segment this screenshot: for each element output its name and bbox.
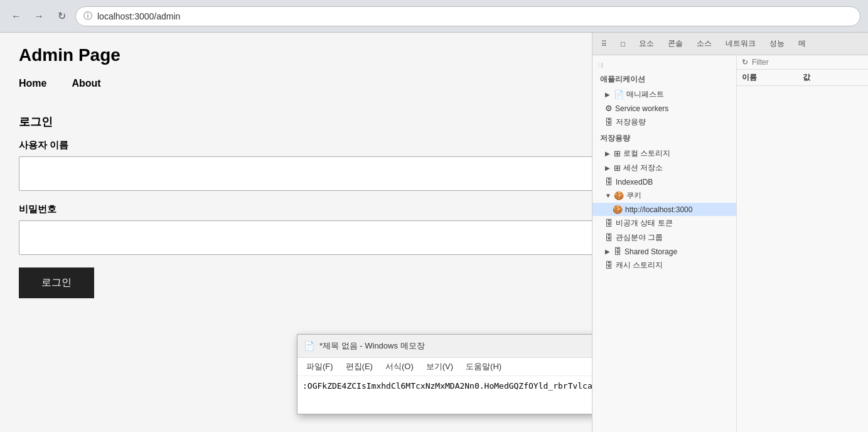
cookie-url-label: http://localhost:3000 xyxy=(625,205,692,214)
devtools-tab-performance[interactable]: 성능 xyxy=(763,36,791,51)
storage-capacity-icon: 🗄 xyxy=(605,117,613,127)
service-workers-item[interactable]: ⚙ Service workers xyxy=(592,102,736,115)
login-section-label: 로그인 xyxy=(19,114,573,129)
service-workers-icon: ⚙ xyxy=(605,104,613,113)
username-label: 사용자 이름 xyxy=(19,139,573,151)
cookie-url-icon: 🍪 xyxy=(613,205,623,214)
cache-storage-item[interactable]: 🗄 캐시 스토리지 xyxy=(592,258,736,273)
session-storage-arrow: ▶ xyxy=(605,165,611,171)
login-button[interactable]: 로그인 xyxy=(19,267,94,298)
storage-section-header: 저장용량 xyxy=(592,129,736,146)
indexeddb-icon: 🗄 xyxy=(605,177,613,186)
devtools-tab-console[interactable]: 콘솔 xyxy=(662,36,689,51)
menu-help[interactable]: 도움말(H) xyxy=(461,359,506,374)
shared-storage-icon: 🗄 xyxy=(614,247,622,256)
filter-bar: ↻ xyxy=(737,55,868,70)
private-state-token-item[interactable]: 🗄 비공개 상태 토큰 xyxy=(592,216,736,230)
devtools-tab-console-icon[interactable]: □ xyxy=(614,37,631,51)
devtools-tab-elements[interactable]: ⠿ xyxy=(595,37,613,51)
indexeddb-item[interactable]: 🗄 IndexedDB xyxy=(592,175,736,188)
shared-storage-label: Shared Storage xyxy=(624,247,677,256)
manifest-item[interactable]: ▶ 📄 매니페스트 xyxy=(592,87,736,102)
local-storage-arrow: ▶ xyxy=(605,150,611,157)
session-storage-label: 세션 저장소 xyxy=(623,163,663,173)
menu-view[interactable]: 보기(V) xyxy=(421,359,458,374)
private-state-label: 비공개 상태 토큰 xyxy=(616,218,673,229)
cache-storage-icon: 🗄 xyxy=(605,261,613,270)
menu-edit[interactable]: 편집(E) xyxy=(341,359,378,374)
session-storage-icon: ⊞ xyxy=(614,163,621,173)
cookie-url-item[interactable]: 🍪 http://localhost:3000 xyxy=(592,203,736,216)
application-section-header: 애플리케이션 xyxy=(592,70,736,87)
local-storage-item[interactable]: ▶ ⊞ 로컬 스토리지 xyxy=(592,146,736,161)
notepad-menubar: 파일(F) 편집(E) 서식(O) 보기(V) 도움말(H) xyxy=(297,358,592,376)
browser-chrome: ← → ↻ ⓘ localhost:3000/admin xyxy=(0,0,868,33)
nav-home[interactable]: Home xyxy=(19,78,46,89)
reload-button[interactable]: ↻ xyxy=(53,8,70,25)
nav-bar: Home About xyxy=(19,78,573,89)
filter-input[interactable] xyxy=(752,58,863,67)
back-button[interactable]: ← xyxy=(8,8,25,25)
nav-about[interactable]: About xyxy=(72,78,100,89)
address-bar[interactable]: ⓘ localhost:3000/admin xyxy=(75,6,860,26)
menu-format[interactable]: 서식(O) xyxy=(380,359,419,374)
cache-storage-label: 캐시 스토리지 xyxy=(616,260,663,271)
devtools-tab-network[interactable]: 네트워크 xyxy=(719,36,762,51)
interest-groups-item[interactable]: 🗄 관심분야 그룹 xyxy=(592,230,736,245)
notepad-window: 📄 *제목 없음 - Windows 메모장 ― □ ✕ 파일(F) 편집(E)… xyxy=(297,334,592,414)
password-label: 비밀번호 xyxy=(19,203,573,215)
web-content: Admin Page Home About 로그인 사용자 이름 비밀번호 로그… xyxy=(0,33,592,432)
devtools-main: ↻ 이름 값 xyxy=(737,55,868,432)
devtools-tab-elements-text[interactable]: 요소 xyxy=(633,36,660,51)
manifest-arrow: ▶ xyxy=(605,91,611,98)
service-workers-label: Service workers xyxy=(615,104,668,113)
page-title: Admin Page xyxy=(19,45,573,65)
manifest-icon: 📄 xyxy=(614,90,624,99)
local-storage-icon: ⊞ xyxy=(614,149,621,158)
interest-groups-label: 관심분야 그룹 xyxy=(616,232,663,243)
session-storage-item[interactable]: ▶ ⊞ 세션 저장소 xyxy=(592,161,736,175)
devtools-tab-memory[interactable]: 메 xyxy=(792,36,812,51)
manifest-label: 매니페스트 xyxy=(626,89,664,100)
storage-capacity-item[interactable]: 🗄 저장용량 xyxy=(592,115,736,129)
devtools-panel: ⠿ □ 요소 콘솔 소스 네트워크 성능 메 애플리케이션 ▶ 📄 매니페스트 xyxy=(592,33,868,432)
cookies-icon: 🍪 xyxy=(614,191,624,200)
shared-storage-arrow: ▶ xyxy=(605,248,611,255)
private-state-icon: 🗄 xyxy=(605,219,613,228)
col-name-header: 이름 xyxy=(742,72,803,83)
local-storage-label: 로컬 스토리지 xyxy=(623,148,670,159)
notepad-content[interactable]: :OGFkZDE4ZCIsImxhdCl6MTcxNzMxMDA2Nn0.HoM… xyxy=(297,376,592,414)
cookies-arrow: ▼ xyxy=(605,192,611,199)
cookies-item[interactable]: ▼ 🍪 쿠키 xyxy=(592,188,736,203)
notepad-titlebar: 📄 *제목 없음 - Windows 메모장 ― □ ✕ xyxy=(297,335,592,358)
devtools-tabs: ⠿ □ 요소 콘솔 소스 네트워크 성능 메 xyxy=(592,33,868,55)
url-text: localhost:3000/admin xyxy=(97,11,180,21)
forward-button[interactable]: → xyxy=(30,8,48,25)
shared-storage-item[interactable]: ▶ 🗄 Shared Storage xyxy=(592,245,736,258)
username-input[interactable] xyxy=(19,156,592,191)
devtools-sidebar: 애플리케이션 ▶ 📄 매니페스트 ⚙ Service workers 🗄 저장용… xyxy=(592,55,737,432)
interest-groups-icon: 🗄 xyxy=(605,233,613,242)
notepad-title: *제목 없음 - Windows 메모장 xyxy=(319,340,592,352)
menu-file[interactable]: 파일(F) xyxy=(301,359,338,374)
refresh-icon[interactable]: ↻ xyxy=(742,58,748,67)
table-header: 이름 값 xyxy=(737,70,868,86)
page-area: Admin Page Home About 로그인 사용자 이름 비밀번호 로그… xyxy=(0,33,868,432)
password-input[interactable] xyxy=(19,220,592,255)
devtools-body: 애플리케이션 ▶ 📄 매니페스트 ⚙ Service workers 🗄 저장용… xyxy=(592,55,868,432)
col-value-header: 값 xyxy=(803,72,864,83)
notepad-icon: 📄 xyxy=(304,341,314,351)
cookies-label: 쿠키 xyxy=(626,190,641,201)
storage-capacity-label: 저장용량 xyxy=(616,117,646,127)
info-icon: ⓘ xyxy=(83,11,92,22)
indexeddb-label: IndexedDB xyxy=(616,178,653,186)
devtools-tab-sources[interactable]: 소스 xyxy=(690,36,718,51)
